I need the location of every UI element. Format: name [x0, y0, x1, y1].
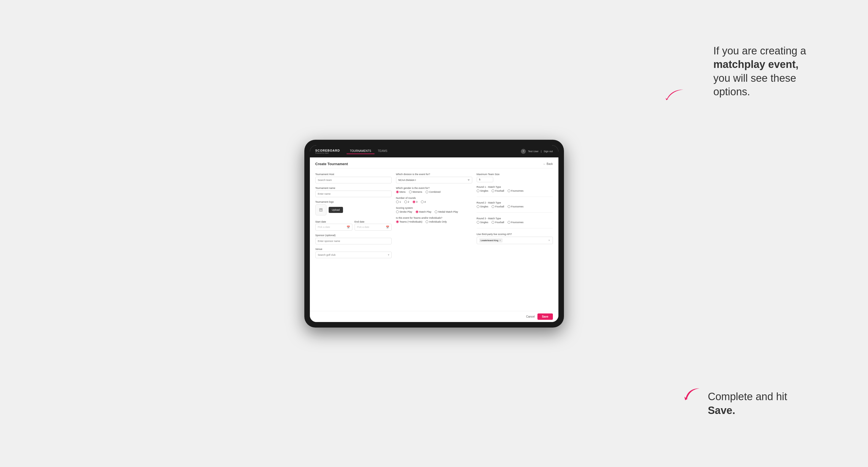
- gender-mens[interactable]: Mens: [396, 191, 406, 193]
- gender-combined[interactable]: Combined: [426, 191, 440, 193]
- tournament-host-group: Tournament Host: [315, 173, 392, 183]
- round3-fourball[interactable]: Fourball: [492, 221, 504, 224]
- individuals-option[interactable]: Individuals Only: [426, 220, 447, 223]
- end-date-field[interactable]: Pick a date 📅: [354, 224, 392, 230]
- api-selector[interactable]: Leaderboard King × ▼: [477, 237, 553, 244]
- nav-tabs: TOURNAMENTS TEAMS: [347, 148, 391, 154]
- rounds-group: Number of rounds 1 2: [396, 197, 472, 203]
- round1-fourball-radio[interactable]: [492, 189, 494, 192]
- max-team-size-input[interactable]: [477, 177, 493, 182]
- nav-tab-tournaments[interactable]: TOURNAMENTS: [347, 148, 374, 154]
- rounds-1-radio[interactable]: [396, 200, 399, 203]
- upload-button[interactable]: Upload: [329, 207, 343, 213]
- round1-singles-radio[interactable]: [477, 189, 479, 192]
- api-selected-value: Leaderboard King: [481, 239, 498, 242]
- round3-singles[interactable]: Singles: [477, 221, 489, 224]
- venue-group: Venue ▼: [315, 248, 392, 258]
- gender-combined-radio[interactable]: [426, 191, 428, 193]
- round2-singles-radio[interactable]: [477, 205, 479, 208]
- scoring-group: Scoring system Stroke Play Match Play: [396, 207, 472, 213]
- rounds-4-radio[interactable]: [421, 200, 424, 203]
- scoring-stroke-radio[interactable]: [396, 211, 399, 213]
- round2-fourball[interactable]: Fourball: [492, 205, 504, 208]
- page-content: Create Tournament ← Back Tournament Host…: [310, 157, 558, 311]
- col-mid: Which division is the event for? NCAA Di…: [396, 173, 472, 258]
- gender-womens-radio[interactable]: [409, 191, 412, 193]
- tournament-host-input[interactable]: [315, 177, 392, 183]
- round1-singles[interactable]: Singles: [477, 189, 489, 192]
- rounds-radio-group: 1 2 3: [396, 200, 472, 203]
- round2-foursomes-radio[interactable]: [507, 205, 510, 208]
- round3-fourball-radio[interactable]: [492, 221, 494, 224]
- scoring-medal-radio[interactable]: [435, 211, 437, 213]
- start-date-field[interactable]: Pick a date 📅: [315, 224, 352, 230]
- annotation-bottom-right: Complete and hit Save.: [708, 390, 813, 417]
- teams-radio[interactable]: [396, 220, 399, 223]
- venue-dropdown-icon: ▼: [388, 253, 390, 256]
- back-link[interactable]: ← Back: [543, 162, 553, 165]
- rounds-2[interactable]: 2: [404, 200, 409, 203]
- round1-match-types: Singles Fourball Foursomes: [477, 189, 553, 192]
- api-label: Use third-party live scoring API?: [477, 233, 553, 236]
- teams-option[interactable]: Teams (+Individuals): [396, 220, 423, 223]
- calendar-icon-start: 📅: [347, 226, 350, 229]
- round1-foursomes[interactable]: Foursomes: [507, 189, 524, 192]
- nav-tab-teams[interactable]: TEAMS: [374, 148, 391, 154]
- round3-match-types: Singles Fourball Foursomes: [477, 221, 553, 224]
- round1-fourball[interactable]: Fourball: [492, 189, 504, 192]
- arrow-top: [653, 86, 686, 108]
- individuals-radio[interactable]: [426, 220, 428, 223]
- navbar: SCOREBOARD Powered by clippit TOURNAMENT…: [310, 145, 558, 157]
- cancel-button[interactable]: Cancel: [526, 315, 535, 318]
- date-row: Start date Pick a date 📅 End date: [315, 219, 392, 230]
- scoring-match[interactable]: Match Play: [415, 211, 432, 213]
- save-button[interactable]: Save: [537, 313, 553, 320]
- round1-match-label: Round 1 - Match Type: [477, 186, 553, 188]
- rounds-3[interactable]: 3: [412, 200, 417, 203]
- gender-radio-group: Mens Womens Combined: [396, 191, 472, 193]
- scoring-match-radio[interactable]: [415, 211, 418, 213]
- annotation-bottom-text: Complete and hit Save.: [708, 391, 787, 416]
- team-individuals-label: Is this event for Teams and/or Individua…: [396, 217, 472, 219]
- rounds-2-radio[interactable]: [404, 200, 407, 203]
- rounds-4[interactable]: 4: [421, 200, 426, 203]
- tournament-name-group: Tournament name: [315, 187, 392, 197]
- divider-2: [477, 212, 553, 213]
- col-right: Maximum Team Size Round 1 - Match Type S…: [477, 173, 553, 258]
- scoring-label: Scoring system: [396, 207, 472, 209]
- round3-singles-radio[interactable]: [477, 221, 479, 224]
- api-remove-icon[interactable]: ×: [499, 239, 501, 242]
- round2-singles[interactable]: Singles: [477, 205, 489, 208]
- scoring-stroke[interactable]: Stroke Play: [396, 211, 412, 213]
- round2-foursomes[interactable]: Foursomes: [507, 205, 524, 208]
- division-label: Which division is the event for?: [396, 173, 472, 176]
- scoring-medal[interactable]: Medal Match Play: [435, 211, 458, 213]
- round1-foursomes-radio[interactable]: [507, 189, 510, 192]
- team-individuals-group: Is this event for Teams and/or Individua…: [396, 217, 472, 223]
- venue-label: Venue: [315, 248, 392, 250]
- division-select[interactable]: NCAA Division I: [396, 177, 472, 183]
- venue-input[interactable]: [315, 252, 392, 258]
- rounds-3-radio[interactable]: [412, 200, 415, 203]
- navbar-right: T Test User | Sign out: [521, 149, 553, 154]
- division-group: Which division is the event for? NCAA Di…: [396, 173, 472, 183]
- rounds-1[interactable]: 1: [396, 200, 401, 203]
- start-date-group: Start date Pick a date 📅: [315, 219, 352, 230]
- tournament-host-label: Tournament Host: [315, 173, 392, 176]
- round2-fourball-radio[interactable]: [492, 205, 494, 208]
- team-individuals-radio-group: Teams (+Individuals) Individuals Only: [396, 220, 472, 223]
- round2-match-group: Round 2 - Match Type Singles Fourball: [477, 201, 553, 208]
- tournament-name-label: Tournament name: [315, 187, 392, 189]
- tournament-name-input[interactable]: [315, 191, 392, 197]
- gender-mens-radio[interactable]: [396, 191, 399, 193]
- logo-placeholder: [315, 205, 327, 215]
- round3-foursomes[interactable]: Foursomes: [507, 221, 524, 224]
- sponsor-label: Sponsor (optional): [315, 234, 392, 237]
- sponsor-group: Sponsor (optional): [315, 234, 392, 244]
- sponsor-input[interactable]: [315, 238, 392, 244]
- signout-link[interactable]: Sign out: [544, 150, 553, 153]
- logo-area: SCOREBOARD Powered by clippit: [315, 149, 340, 154]
- gender-womens[interactable]: Womens: [409, 191, 422, 193]
- scoring-radio-group: Stroke Play Match Play Medal Match Play: [396, 211, 472, 213]
- round3-foursomes-radio[interactable]: [507, 221, 510, 224]
